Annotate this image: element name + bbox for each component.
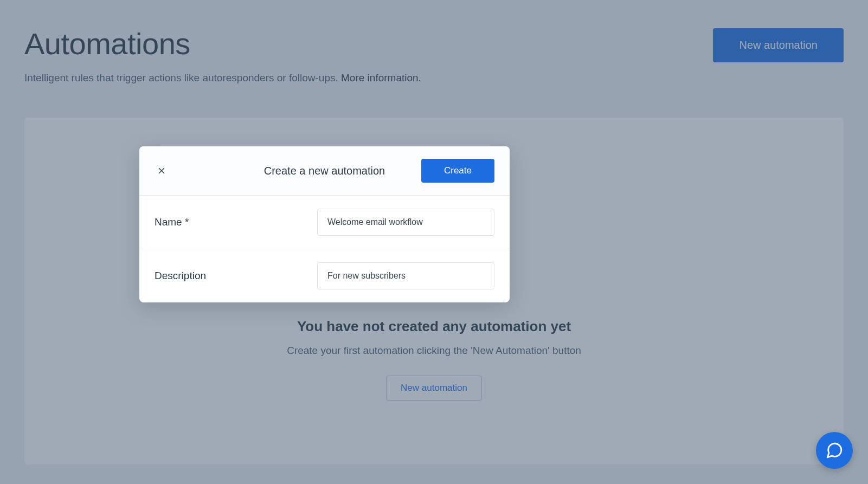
create-automation-modal: Create a new automation Create Name * De…	[139, 146, 510, 302]
modal-header: Create a new automation Create	[139, 146, 510, 196]
modal-title: Create a new automation	[264, 165, 385, 177]
description-field-row: Description	[139, 249, 510, 302]
close-button[interactable]	[155, 164, 169, 178]
close-icon	[157, 166, 166, 176]
name-label: Name *	[155, 216, 317, 228]
chat-icon	[825, 441, 844, 460]
description-input[interactable]	[317, 262, 494, 289]
description-label: Description	[155, 270, 317, 282]
help-button[interactable]	[816, 432, 853, 469]
name-input[interactable]	[317, 209, 494, 236]
create-button[interactable]: Create	[421, 159, 494, 183]
name-field-row: Name *	[139, 196, 510, 249]
